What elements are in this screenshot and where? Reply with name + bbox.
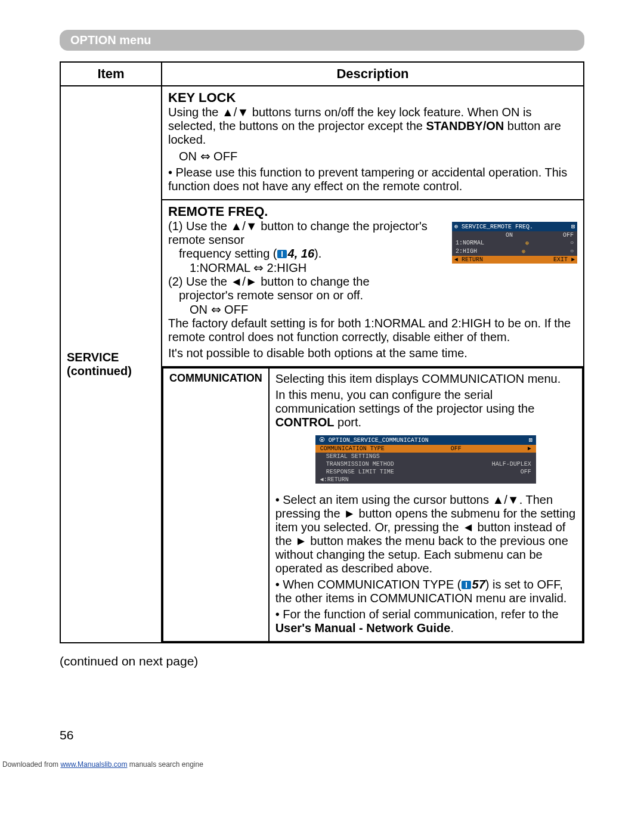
communication-p4: • For the function of serial communicati…: [275, 608, 576, 635]
item-title: SERVICE: [67, 351, 119, 364]
keylock-toggle: ON ⇔ OFF: [168, 149, 577, 163]
book-icon: [462, 581, 471, 589]
item-cell-service: SERVICE (continued): [60, 86, 162, 643]
remote-l2: (2) Use the ◄/► button to change the: [168, 275, 370, 288]
remote-toggle2: ON ⇔ OFF: [168, 302, 577, 317]
communication-desc: Selecting this item displays COMMUNICATI…: [269, 368, 583, 642]
communication-p2: • Select an item using the cursor button…: [275, 493, 576, 575]
book-icon: [277, 250, 287, 258]
page-number: 56: [60, 728, 584, 742]
remote-p3: The factory default setting is for both …: [168, 317, 577, 344]
remote-title: REMOTE FREQ.: [168, 204, 268, 219]
header-item: Item: [60, 62, 162, 86]
communication-p3: • When COMMUNICATION TYPE (57) is set to…: [275, 578, 576, 605]
header-desc: Description: [162, 62, 584, 86]
footer: Downloaded from www.Manualslib.com manua…: [0, 760, 644, 772]
keylock-cell: KEY LOCK Using the ▲/▼ buttons turns on/…: [162, 86, 584, 200]
keylock-title: KEY LOCK: [168, 90, 236, 105]
option-table: Item Description SERVICE (continued) KEY…: [60, 61, 584, 643]
section-banner: OPTION menu: [60, 30, 584, 51]
remote-l2b: projector's remote sensor on or off.: [168, 289, 577, 302]
item-subtitle: (continued): [67, 364, 132, 377]
communication-label: COMMUNICATION: [163, 368, 269, 642]
remote-osd: ⊕ SERVICE_REMOTE FREQ. ⊠ ONOFF 1:NORMAL⊛…: [452, 222, 577, 264]
remote-cell: REMOTE FREQ. ⊕ SERVICE_REMOTE FREQ. ⊠ ON…: [162, 200, 584, 367]
keylock-p1: Using the ▲/▼ buttons turns on/off the k…: [168, 106, 577, 147]
remote-l1: (1) Use the ▲/▼ button to change the pro…: [168, 219, 428, 246]
communication-osd: ⦿ OPTION_SERVICE_COMMUNICATION ⊠ COMMUNI…: [315, 435, 536, 484]
remote-p4: It's not possible to disable both option…: [168, 346, 577, 360]
continued-note: (continued on next page): [60, 654, 584, 668]
communication-outer: COMMUNICATION Selecting this item displa…: [162, 367, 584, 643]
footer-link[interactable]: www.Manualslib.com: [60, 760, 127, 769]
keylock-p2: • Please use this function to prevent ta…: [168, 166, 577, 193]
